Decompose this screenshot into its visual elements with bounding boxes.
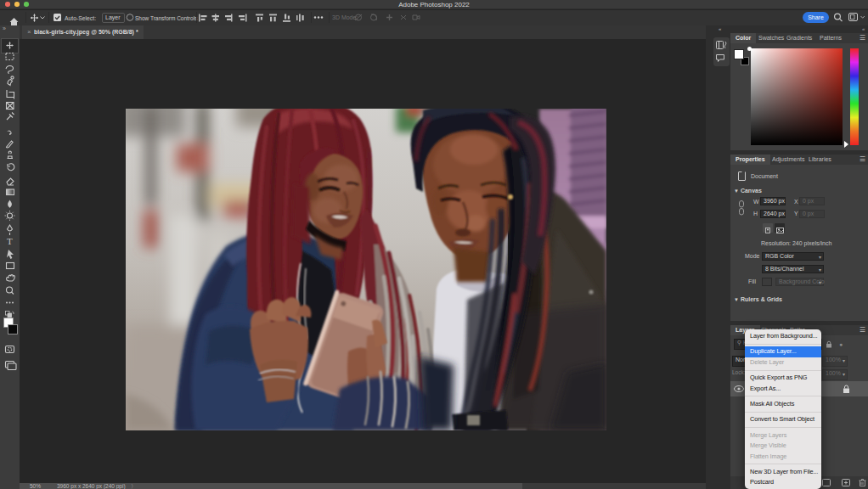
svg-text:T: T (7, 236, 13, 246)
